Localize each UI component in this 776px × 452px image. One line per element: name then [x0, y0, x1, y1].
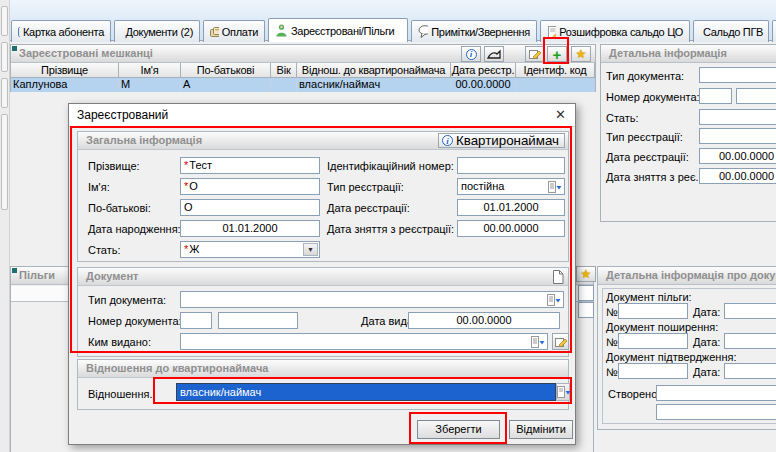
reg-date-input[interactable]: 01.01.2000	[457, 199, 565, 216]
required-marker: *	[184, 159, 188, 171]
tab-notes-appeals[interactable]: Примітки/Звернення	[411, 20, 537, 42]
dropdown-button[interactable]: ▼	[303, 243, 318, 256]
person-icon	[275, 24, 288, 37]
unreg-date-field[interactable]: 00.00.0000	[699, 168, 776, 184]
relation-group: Відношення до квартиронаймача Відношення…	[77, 359, 569, 410]
reg-type-label: Тип реєстрації:	[606, 131, 683, 144]
panel-title: Детальна інформація про докум	[606, 269, 776, 281]
edit-pencil-icon	[554, 336, 568, 348]
preview-button[interactable]	[484, 46, 504, 62]
edit-resident-button[interactable]	[525, 46, 545, 62]
left-edge-slot	[1, 78, 8, 108]
doc-number-input[interactable]	[218, 312, 298, 329]
tab-label: Примітки/Звернення	[431, 26, 530, 38]
gender-select[interactable]: *Ж ▼	[180, 241, 320, 258]
issued-by-combo[interactable]	[180, 333, 548, 350]
id-number-label: Ідентифікаційний номер:	[327, 160, 454, 173]
unreg-date-label: Дата зняття з реє.:	[606, 171, 702, 184]
issued-by-label: Ким видано:	[88, 336, 151, 349]
surname-value: Тест	[189, 159, 212, 171]
benefits-side-cell	[578, 302, 594, 318]
column-header[interactable]: Вік	[271, 63, 297, 78]
list-dropdown-icon[interactable]	[547, 294, 561, 307]
info-icon: i	[466, 49, 477, 60]
id-card-icon	[18, 26, 20, 38]
gender-label: Стать:	[88, 244, 121, 257]
edit-issued-by-button[interactable]	[552, 333, 569, 350]
created-field[interactable]	[656, 385, 776, 401]
unreg-date-input[interactable]: 00.00.0000	[457, 220, 565, 237]
tab-label: Оплати	[222, 26, 258, 38]
relation-label: Відношення.:	[88, 388, 156, 401]
id-number-input[interactable]	[457, 157, 565, 174]
favorites-button[interactable]: ★	[571, 46, 591, 62]
tab-registered-benefits[interactable]: Зареєстровані/Пільги	[268, 18, 408, 42]
column-header[interactable]: Ім'я	[119, 63, 181, 78]
close-icon[interactable]: ✕	[555, 107, 566, 122]
info-button[interactable]: i	[461, 46, 481, 62]
registered-residents-header: Зареєстровані мешканці i + ★	[11, 45, 595, 63]
doc-type-field[interactable]	[699, 67, 776, 83]
resident-table-row[interactable]: Каплунова М А власник/наймач 00.00.0000	[11, 78, 595, 92]
relation-combo-button[interactable]	[556, 383, 570, 401]
cell-relation: власник/наймач	[297, 78, 451, 92]
reg-date-label: Дата реєстрації:	[327, 202, 410, 215]
tab-saldo-co-decode[interactable]: Розшифровка сальдо ЦО	[540, 20, 690, 42]
confirm-doc-date-field[interactable]	[724, 363, 776, 379]
tenant-button[interactable]: i Квартиронаймач	[438, 133, 565, 148]
add-resident-button[interactable]: +	[547, 46, 567, 62]
surname-input[interactable]: *Тест	[180, 157, 320, 174]
benefit-doc-date-field[interactable]	[724, 303, 776, 319]
star-icon: ★	[576, 48, 587, 60]
gender-value: Ж	[189, 243, 199, 255]
cell-patronymic: А	[181, 78, 271, 92]
doc-number-field[interactable]	[736, 88, 776, 104]
list-dropdown-icon[interactable]	[548, 181, 562, 194]
patronymic-input[interactable]: О	[180, 199, 320, 216]
created-field-2[interactable]	[656, 404, 776, 420]
gender-field[interactable]	[699, 109, 776, 125]
patronymic-value: О	[184, 201, 193, 213]
column-header[interactable]: По-батькові	[181, 63, 271, 78]
column-header[interactable]: Дата реєстр.	[451, 63, 516, 78]
send-arrow-icon	[487, 49, 501, 60]
date-label: Дата:	[693, 336, 720, 349]
column-header[interactable]: Прізвище	[11, 63, 119, 78]
tab-documents[interactable]: Документи (2)	[114, 20, 200, 42]
list-dropdown-icon[interactable]	[531, 336, 545, 349]
tab-payments[interactable]: Оплати	[203, 20, 265, 42]
benefits-favorites-button[interactable]: ★	[576, 266, 596, 282]
relation-combo[interactable]: власник/наймач	[176, 383, 556, 401]
list-dropdown-icon	[557, 386, 571, 399]
column-header[interactable]: Віднош. до квартиронаймача	[297, 63, 451, 78]
name-input[interactable]: *О	[180, 178, 320, 195]
date-label: Дата:	[693, 306, 720, 319]
tab-subscriber-card[interactable]: Картка абонента	[11, 20, 111, 42]
column-header[interactable]: Ідентиф. код	[516, 63, 595, 78]
doc-series-input[interactable]	[180, 312, 212, 329]
left-edge-panel	[0, 0, 10, 452]
payments-icon	[210, 26, 219, 38]
confirm-doc-num-field[interactable]	[618, 363, 688, 379]
spread-doc-date-field[interactable]	[724, 333, 776, 349]
benefit-doc-num-field[interactable]	[618, 303, 688, 319]
doc-type-combo[interactable]	[180, 291, 564, 308]
sheet-pencil-icon	[547, 25, 556, 38]
reg-type-combo[interactable]: постійна	[457, 178, 565, 195]
save-button[interactable]: Зберегти	[417, 420, 500, 439]
new-document-icon[interactable]	[552, 270, 564, 284]
birth-date-input[interactable]: 01.01.2000	[180, 220, 320, 237]
doc-number-label: Номер документа:	[88, 315, 182, 328]
tab-partial[interactable]	[772, 20, 776, 42]
doc-series-field[interactable]	[699, 88, 732, 104]
cell-surname: Каплунова	[11, 78, 119, 92]
cancel-button[interactable]: Відмінити	[509, 420, 573, 439]
tab-saldo-pgv[interactable]: Сальдо ПГВ	[693, 20, 769, 42]
reg-date-field[interactable]: 00.00.0000	[699, 148, 776, 164]
issue-date-input[interactable]: 00.00.0000	[408, 312, 560, 329]
reg-type-field[interactable]	[699, 128, 776, 144]
spread-doc-num-field[interactable]	[618, 333, 688, 349]
comment-bubble-icon	[418, 25, 428, 38]
document-group: Документ Тип документа: Номер документа:…	[77, 267, 569, 357]
surname-label: Прізвище:	[88, 160, 140, 173]
